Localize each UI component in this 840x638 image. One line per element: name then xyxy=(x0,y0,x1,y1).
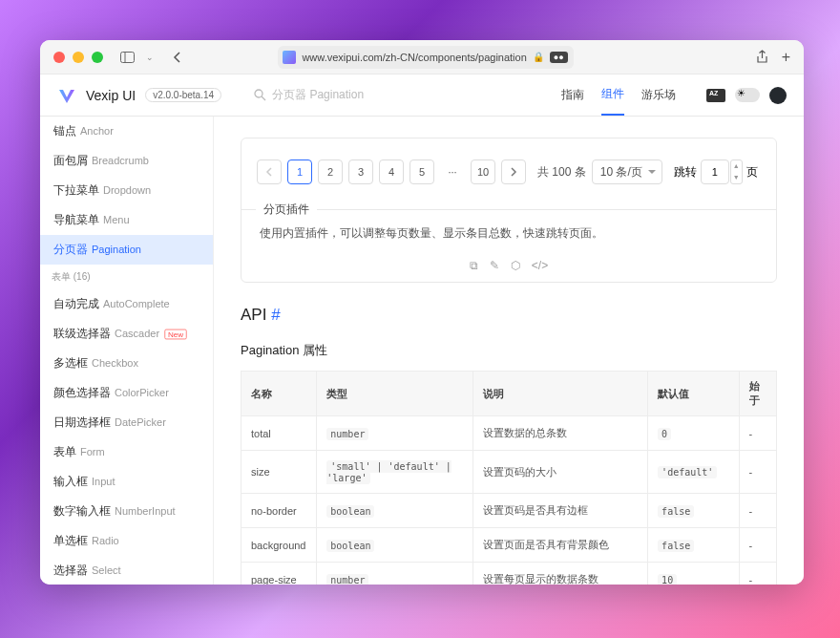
sidebar-toggle-icon[interactable] xyxy=(120,52,135,63)
lock-icon: 🔒 xyxy=(533,52,544,62)
svg-point-2 xyxy=(255,90,262,97)
brand-name: Vexip UI xyxy=(86,88,136,103)
site-icon xyxy=(283,51,296,64)
sidebar-item-anchor[interactable]: 锚点Anchor xyxy=(40,117,213,146)
jump-stepper[interactable]: ▲▼ xyxy=(730,160,743,184)
cell-type: boolean xyxy=(317,528,472,563)
sidebar-item-radio[interactable]: 单选框Radio xyxy=(40,526,213,556)
table-row: page-size number 设置每页显示的数据条数 10 - xyxy=(242,563,777,585)
github-icon[interactable] xyxy=(769,87,787,104)
sidebar-item-pagination[interactable]: 分页器Pagination xyxy=(40,235,213,265)
theme-toggle[interactable]: ☀ xyxy=(735,88,760,102)
new-badge: New xyxy=(164,330,186,340)
cell-since: - xyxy=(739,416,776,451)
sidebar-item-menu[interactable]: 导航菜单Menu xyxy=(40,205,213,235)
page-button[interactable]: 5 xyxy=(410,160,434,184)
codepen-icon[interactable]: ⬡ xyxy=(511,259,520,272)
zoom-icon[interactable] xyxy=(92,52,103,63)
api-heading: API # xyxy=(241,306,777,325)
language-toggle-icon[interactable] xyxy=(706,89,725,102)
next-page-button[interactable] xyxy=(501,160,526,184)
reader-badge[interactable]: ●● xyxy=(550,52,568,63)
sidebar-item-input[interactable]: 输入框Input xyxy=(40,467,213,497)
sidebar-section-form: 表单 (16) xyxy=(40,265,213,289)
share-icon[interactable] xyxy=(756,50,768,64)
col-name: 名称 xyxy=(242,372,317,416)
nav-components[interactable]: 组件 xyxy=(601,74,624,116)
url-text: www.vexipui.com/zh-CN/components/paginat… xyxy=(302,52,526,63)
edit-icon[interactable]: ✎ xyxy=(490,259,499,272)
demo-title: 分页插件 xyxy=(256,202,317,218)
nav-guide[interactable]: 指南 xyxy=(561,75,584,115)
jump-input[interactable] xyxy=(701,160,729,184)
page-button[interactable]: 10 xyxy=(471,160,495,184)
sidebar-item-cascader[interactable]: 联级选择器CascaderNew xyxy=(40,319,213,349)
total-label: 共 100 条 xyxy=(537,164,586,181)
new-tab-icon[interactable]: + xyxy=(782,49,790,66)
cell-since: - xyxy=(739,528,776,563)
copy-icon[interactable]: ⧉ xyxy=(470,259,478,272)
cell-type: 'small' | 'default' | 'large' xyxy=(317,451,472,494)
nav-playground[interactable]: 游乐场 xyxy=(641,75,676,115)
sidebar-item-numberinput[interactable]: 数字输入框NumberInput xyxy=(40,497,213,526)
page-ellipsis[interactable]: ··· xyxy=(440,160,465,184)
gear-icon: ☀ xyxy=(737,88,746,98)
sidebar-item-form[interactable]: 表单Form xyxy=(40,437,213,467)
search-icon xyxy=(254,89,266,101)
cell-default: false xyxy=(648,494,739,528)
chevron-up-icon: ▲ xyxy=(731,160,742,172)
chevron-down-icon[interactable]: ⌄ xyxy=(146,53,154,62)
code-icon[interactable]: </> xyxy=(532,259,548,272)
demo-card: 1 2 3 4 5 ··· 10 共 100 条 10 条/页 跳转 xyxy=(241,138,777,283)
api-subheading: Pagination 属性 xyxy=(241,342,777,359)
minimize-icon[interactable] xyxy=(73,52,84,63)
cell-desc: 设置页码的大小 xyxy=(472,451,647,494)
cell-default: 10 xyxy=(648,563,739,585)
col-desc: 说明 xyxy=(472,372,647,416)
col-type: 类型 xyxy=(317,372,472,416)
svg-line-3 xyxy=(262,96,265,100)
sidebar-item-dropdown[interactable]: 下拉菜单Dropdown xyxy=(40,176,213,205)
cell-default: 0 xyxy=(648,416,739,451)
table-row: total number 设置数据的总条数 0 - xyxy=(242,416,777,451)
cell-name: no-border xyxy=(242,494,317,528)
version-badge[interactable]: v2.0.0-beta.14 xyxy=(145,88,221,102)
pagination: 1 2 3 4 5 ··· 10 共 100 条 10 条/页 跳转 xyxy=(257,160,761,184)
table-row: background boolean 设置页面是否具有背景颜色 false - xyxy=(242,528,777,563)
cell-desc: 设置数据的总条数 xyxy=(472,416,647,451)
sidebar-item-select[interactable]: 选择器Select xyxy=(40,556,213,585)
sidebar-item-checkbox[interactable]: 多选框Checkbox xyxy=(40,349,213,378)
svg-rect-0 xyxy=(121,52,135,62)
col-since: 始于 xyxy=(739,372,776,416)
back-icon[interactable] xyxy=(173,52,182,63)
jump-label: 跳转 xyxy=(674,164,697,181)
sidebar-item-breadcrumb[interactable]: 面包屑Breadcrumb xyxy=(40,146,213,176)
cell-name: total xyxy=(242,416,317,451)
page-button[interactable]: 2 xyxy=(318,160,343,184)
top-nav: 指南 组件 游乐场 ☀ xyxy=(561,74,787,116)
cell-name: page-size xyxy=(242,563,317,585)
search-input[interactable]: 分页器 Pagination xyxy=(254,87,364,103)
sidebar: 锚点Anchor 面包屑Breadcrumb 下拉菜单Dropdown 导航菜单… xyxy=(40,117,214,585)
page-size-select[interactable]: 10 条/页 xyxy=(592,160,662,184)
page-button[interactable]: 4 xyxy=(379,160,404,184)
logo-icon xyxy=(57,86,76,105)
cell-desc: 设置页码是否具有边框 xyxy=(472,494,647,528)
sidebar-item-colorpicker[interactable]: 颜色选择器ColorPicker xyxy=(40,378,213,408)
page-button[interactable]: 1 xyxy=(287,160,312,184)
sidebar-item-autocomplete[interactable]: 自动完成AutoComplete xyxy=(40,289,213,319)
main-content: 1 2 3 4 5 ··· 10 共 100 条 10 条/页 跳转 xyxy=(214,117,804,585)
close-icon[interactable] xyxy=(53,52,65,63)
sidebar-item-datepicker[interactable]: 日期选择框DatePicker xyxy=(40,408,213,437)
jump-suffix: 页 xyxy=(746,164,758,181)
cell-name: background xyxy=(242,528,317,563)
cell-since: - xyxy=(739,563,776,585)
prev-page-button[interactable] xyxy=(257,160,282,184)
url-bar[interactable]: www.vexipui.com/zh-CN/components/paginat… xyxy=(278,46,574,69)
anchor-hash-icon[interactable]: # xyxy=(271,306,280,324)
cell-type: number xyxy=(317,416,472,451)
page-button[interactable]: 3 xyxy=(348,160,373,184)
cell-type: number xyxy=(317,563,472,585)
table-row: size 'small' | 'default' | 'large' 设置页码的… xyxy=(242,451,777,494)
cell-since: - xyxy=(739,494,776,528)
